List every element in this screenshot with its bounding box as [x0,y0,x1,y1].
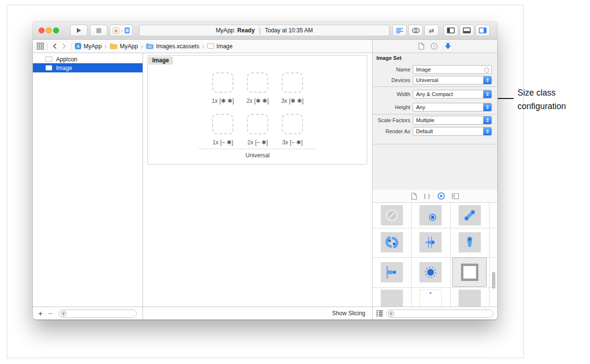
devices-popup[interactable]: Universal [413,76,492,84]
library-item[interactable] [419,205,442,225]
name-value: Image [416,67,431,72]
zoom-window-button[interactable] [53,28,59,33]
xcode-window: A › MyApp: Ready | Today at 10:35 AM ⇄ [33,22,497,320]
forward-button[interactable] [59,43,69,49]
file-inspector-icon[interactable] [418,42,424,50]
quick-help-icon[interactable]: ? [431,42,438,50]
editor-bottom-bar: Show Slicing [143,307,372,320]
asset-label: Image [56,65,72,71]
folder-icon [110,43,117,49]
jump-bar-divider [72,42,72,50]
image-well-1x-any-any[interactable] [212,72,233,93]
status-time: Today at 10:35 AM [265,27,313,34]
library-item[interactable] [459,232,481,252]
width-popup-row: Width Any & Compact [373,90,497,98]
image-set-icon [207,43,214,49]
utilities-panel-icon [479,28,487,33]
filter-icon [388,310,394,317]
image-set-editor: Image 1x [✱ ✱] 2x [✱ ✱] 3x [✱ ✱] 1x [– ✱… [143,53,372,307]
library-item[interactable] [381,262,403,282]
close-window-button[interactable] [39,28,44,33]
breadcrumb-group[interactable]: MyApp [110,43,138,50]
run-button[interactable] [70,25,87,36]
screenshot-stage: A › MyApp: Ready | Today at 10:35 AM ⇄ [0,0,590,364]
related-items-button[interactable] [37,42,44,50]
jump-arrow-icon[interactable]: → [484,68,489,73]
filter-icon [60,310,67,317]
breadcrumb-asset-catalog[interactable]: Images.xcassets [146,43,199,50]
svg-text:A: A [76,44,79,49]
library-item[interactable] [419,290,442,307]
project-icon: A [75,43,81,49]
scheme-selector[interactable]: A › [110,25,133,36]
image-well-2x-compact-any[interactable] [247,114,268,134]
name-field[interactable]: Image → [413,65,492,74]
grid-line [450,203,451,307]
library-tab-bar: { } [373,190,497,203]
toolbar: A › MyApp: Ready | Today at 10:35 AM ⇄ [33,22,497,40]
asset-label: AppIcon [56,56,77,63]
annotation-text: Size class configuration [518,86,566,113]
height-popup[interactable]: Any [413,103,492,112]
library-item[interactable] [381,205,403,225]
version-editor-button[interactable]: ⇄ [424,25,439,36]
asset-list-item-image[interactable]: Image [33,63,143,72]
inspector-separator [373,114,497,114]
image-well-2x-any-any[interactable] [247,72,268,93]
library-item[interactable] [381,290,403,307]
library-item[interactable] [381,232,403,252]
assistant-editor-icon [412,28,420,33]
breadcrumb-separator: › [202,42,204,50]
show-slicing-button[interactable]: Show Slicing [332,310,365,317]
navigator-toggle-button[interactable] [444,25,458,36]
activity-viewer: MyApp: Ready | Today at 10:35 AM [139,25,389,36]
library-item-selected[interactable] [452,257,487,287]
image-set-icon [45,65,52,70]
height-popup-row: Height Any [373,103,497,112]
sidebar-filter-field[interactable] [58,309,137,318]
annotation-callout-line [498,98,514,99]
scale-factors-popup[interactable]: Multiple [413,116,492,125]
utilities-toggle-button[interactable] [475,25,490,36]
render-as-popup[interactable]: Default [413,127,492,136]
library-item[interactable] [419,262,442,282]
library-item[interactable] [419,232,442,252]
list-view-toggle-icon[interactable] [376,310,383,317]
breadcrumb-project[interactable]: A MyApp [75,43,101,50]
library-filter-field[interactable] [386,309,493,318]
group-label: Universal [229,152,287,159]
object-library-icon[interactable] [437,192,445,200]
breadcrumb-image-set[interactable]: Image [207,43,232,50]
library-bottom-bar [373,307,497,320]
rotation-gesture-icon [384,235,400,250]
assistant-editor-button[interactable] [408,25,423,36]
asset-list-item-appicon[interactable]: AppIcon [33,55,143,64]
inspector-separator [373,86,497,87]
chevron-up-down-icon [483,116,491,125]
code-snippet-library-icon[interactable]: { } [424,193,430,199]
debug-area-toggle-button[interactable] [460,25,474,36]
file-template-library-icon[interactable] [411,193,417,200]
breadcrumb-separator: › [104,42,107,50]
object-library-grid [373,203,497,307]
library-item[interactable] [459,290,481,307]
image-well-3x-any-any[interactable] [282,72,303,93]
standard-editor-button[interactable] [392,25,407,36]
render-as-value: Default [416,128,433,134]
remove-asset-button[interactable]: − [48,307,52,320]
status-separator: | [259,27,260,34]
field-label: Width [357,90,410,98]
library-scrollbar[interactable] [492,272,495,289]
back-button[interactable] [50,43,59,49]
library-item[interactable] [459,205,481,225]
image-well-3x-compact-any[interactable] [282,114,303,134]
attributes-inspector-icon[interactable] [444,42,452,50]
chevron-up-down-icon [483,103,491,112]
minimize-window-button[interactable] [46,28,52,33]
asset-catalog-icon [146,43,154,49]
stop-button[interactable] [90,25,107,36]
add-asset-button[interactable]: + [38,307,43,320]
media-library-icon[interactable] [452,193,459,199]
image-well-1x-compact-any[interactable] [212,114,233,134]
width-popup[interactable]: Any & Compact [413,90,492,98]
